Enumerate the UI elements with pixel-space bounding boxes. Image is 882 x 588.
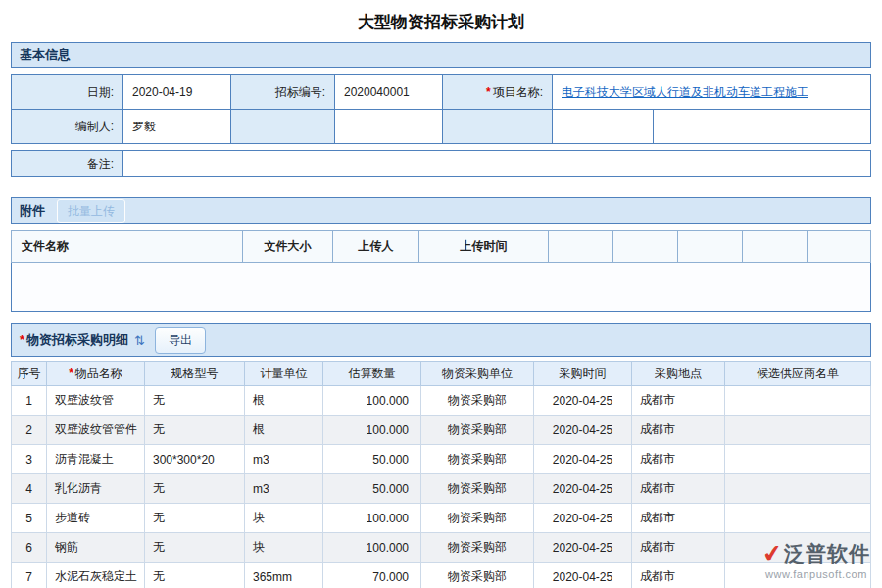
cell: 无 — [145, 474, 245, 504]
project-name-link[interactable]: 电子科技大学区域人行道及非机动车道工程施工 — [562, 85, 808, 99]
remark-label: 备注: — [12, 151, 123, 177]
col-header-file-size: 文件大小 — [243, 231, 333, 263]
remark-form: 备注: — [11, 150, 871, 177]
col-header-empty — [549, 231, 613, 263]
cell: 2020-04-25 — [534, 416, 632, 445]
cell: m3 — [245, 445, 323, 474]
cell: 物资采购部 — [421, 533, 534, 563]
cell: 50.000 — [323, 445, 421, 474]
attachments-empty-row — [12, 263, 871, 312]
cell: m3 — [245, 474, 323, 504]
logo-check-icon: ✔ — [760, 541, 783, 567]
cell: 成都市 — [632, 563, 725, 588]
col-header-index: 序号 — [12, 362, 47, 386]
cell: 双壁波纹管管件 — [47, 416, 145, 445]
cell — [725, 504, 871, 533]
vendor-logo-row: ✔ 泛普软件 — [762, 540, 870, 567]
table-row: 4乳化沥青无m350.000物资采购部2020-04-25成都市 — [12, 474, 871, 504]
cell: 无 — [145, 533, 245, 563]
cell: 2020-04-25 — [534, 563, 632, 588]
cell: 1 — [12, 386, 47, 416]
cell: 物资采购部 — [421, 445, 534, 474]
empty-value-cell — [654, 110, 871, 144]
col-header-upload-time: 上传时间 — [419, 231, 549, 263]
cell: 100.000 — [323, 533, 421, 563]
export-button[interactable]: 导出 — [155, 327, 206, 354]
col-header-candidate-suppliers: 候选供应商名单 — [725, 362, 871, 386]
cell: 6 — [12, 533, 47, 563]
col-header-empty — [743, 231, 808, 263]
remark-value — [123, 151, 871, 177]
basic-info-section-header: 基本信息 — [11, 42, 871, 68]
cell — [725, 416, 871, 445]
basic-info-title: 基本信息 — [20, 46, 71, 64]
cell: 3 — [12, 445, 47, 474]
cell: 300*300*20 — [145, 445, 245, 474]
empty-value-cell — [553, 110, 654, 144]
cell: 物资采购部 — [421, 386, 534, 416]
form-row: 备注: — [12, 151, 871, 177]
sort-icon[interactable]: ⇅ — [134, 333, 145, 348]
table-row: 3沥青混凝土300*300*20m350.000物资采购部2020-04-25成… — [12, 445, 871, 474]
cell: 100.000 — [323, 416, 421, 445]
cell: 成都市 — [632, 474, 725, 504]
cell: 乳化沥青 — [47, 474, 145, 504]
required-marker: * — [20, 332, 24, 347]
cell: 沥青混凝土 — [47, 445, 145, 474]
col-header-empty — [613, 231, 678, 263]
attachments-section-header: 附件 批量上传 — [11, 197, 871, 224]
attachments-header-row: 文件名称 文件大小 上传人 上传时间 — [12, 231, 871, 263]
cell: 2020-04-25 — [534, 474, 632, 504]
table-row: 1双壁波纹管无根100.000物资采购部2020-04-25成都市 — [12, 386, 871, 416]
cell: 2 — [12, 416, 47, 445]
cell: 100.000 — [323, 504, 421, 533]
empty-value-cell — [335, 110, 443, 144]
col-header-purchase-place: 采购地点 — [632, 362, 725, 386]
project-name-label: *项目名称: — [443, 75, 553, 110]
empty-label-cell — [443, 110, 553, 144]
cell: 成都市 — [632, 533, 725, 563]
project-name-cell: 电子科技大学区域人行道及非机动车道工程施工 — [553, 75, 871, 110]
details-title: *物资招标采购明细 — [20, 331, 128, 349]
cell: 成都市 — [632, 386, 725, 416]
cell: 2020-04-25 — [534, 533, 632, 563]
table-row: 7水泥石灰稳定土无365mm70.000物资采购部2020-04-25成都市 — [12, 563, 871, 588]
col-header-empty — [808, 231, 871, 263]
cell — [725, 386, 871, 416]
cell: 5 — [12, 504, 47, 533]
required-marker: * — [486, 85, 491, 99]
table-row: 5步道砖无块100.000物资采购部2020-04-25成都市 — [12, 504, 871, 533]
cell: 2020-04-25 — [534, 445, 632, 474]
attachments-table: 文件名称 文件大小 上传人 上传时间 — [11, 230, 871, 312]
cell: 4 — [12, 474, 47, 504]
cell: 双壁波纹管 — [47, 386, 145, 416]
cell: 无 — [145, 386, 245, 416]
empty-label-cell — [231, 110, 335, 144]
content: 基本信息 日期: 2020-04-19 招标编号: 2020040001 *项目… — [11, 42, 871, 588]
cell: 水泥石灰稳定土 — [47, 563, 145, 588]
cell: 物资采购部 — [421, 474, 534, 504]
cell: 70.000 — [323, 563, 421, 588]
col-header-purchase-time: 采购时间 — [534, 362, 632, 386]
cell: 根 — [245, 386, 323, 416]
details-header-row: 序号 *物品名称 规格型号 计量单位 估算数量 物资采购单位 采购时间 采购地点… — [12, 362, 871, 386]
cell: 无 — [145, 563, 245, 588]
col-header-spec: 规格型号 — [145, 362, 245, 386]
details-table-body: 1双壁波纹管无根100.000物资采购部2020-04-25成都市2双壁波纹管管… — [12, 386, 871, 588]
col-header-purchase-dept: 物资采购单位 — [421, 362, 534, 386]
cell: 物资采购部 — [421, 504, 534, 533]
table-row: 2双壁波纹管管件无根100.000物资采购部2020-04-25成都市 — [12, 416, 871, 445]
cell: 块 — [245, 504, 323, 533]
col-header-empty — [678, 231, 743, 263]
cell: 根 — [245, 416, 323, 445]
logo-website: www.fanpusoft.com — [762, 568, 870, 580]
cell: 50.000 — [323, 474, 421, 504]
required-marker: * — [69, 367, 74, 380]
cell: 钢筋 — [47, 533, 145, 563]
col-header-item-name: *物品名称 — [47, 362, 145, 386]
page: 大型物资招标采购计划 基本信息 日期: 2020-04-19 招标编号: 202… — [0, 0, 882, 588]
batch-upload-button[interactable]: 批量上传 — [57, 199, 125, 223]
date-label: 日期: — [12, 75, 123, 110]
table-row: 6钢筋无块100.000物资采购部2020-04-25成都市 — [12, 533, 871, 563]
cell: 成都市 — [632, 416, 725, 445]
